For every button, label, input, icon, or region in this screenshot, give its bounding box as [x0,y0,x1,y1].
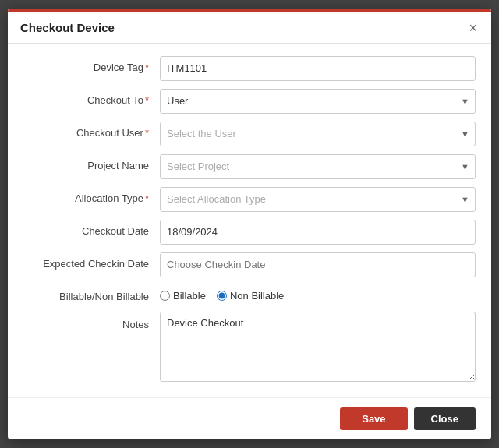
billable-label: Billable/Non Billable [23,285,160,304]
billable-row: Billable/Non Billable Billable Non Billa… [23,285,476,304]
non-billable-option[interactable]: Non Billable [217,290,284,302]
project-name-label: Project Name [23,154,160,173]
allocation-type-label: Allocation Type* [23,187,160,206]
checkout-to-label: Checkout To* [23,89,160,108]
modal-footer: Save Close [8,397,491,439]
checkout-to-row: Checkout To* User Department Project ▼ [23,89,476,114]
checkout-user-row: Checkout User* Select the User ▼ [23,122,476,146]
checkout-user-select[interactable]: Select the User [160,122,476,146]
notes-label: Notes [23,312,160,332]
billable-radio[interactable] [160,291,170,301]
checkout-date-label: Checkout Date [23,220,160,238]
expected-checkin-date-row: Expected Checkin Date [23,252,476,277]
notes-row: Notes Device Checkout [23,312,476,382]
modal-title: Checkout Device [20,21,115,34]
checkout-date-row: Checkout Date [23,220,476,245]
device-tag-row: Device Tag* [23,56,476,81]
billable-option[interactable]: Billable [160,290,206,302]
checkout-device-modal: Checkout Device × Device Tag* Checkout T… [8,9,491,439]
project-name-row: Project Name Select Project ▼ [23,154,476,179]
project-name-select-wrapper: Select Project ▼ [160,154,476,179]
checkout-to-select-wrapper: User Department Project ▼ [160,89,476,114]
project-name-select[interactable]: Select Project [160,154,476,179]
non-billable-radio[interactable] [217,291,227,301]
checkout-date-input[interactable] [160,220,476,245]
expected-checkin-date-label: Expected Checkin Date [23,252,160,271]
checkout-user-select-wrapper: Select the User ▼ [160,122,476,146]
billable-radio-group: Billable Non Billable [160,285,284,302]
device-tag-input[interactable] [160,56,476,81]
allocation-type-select[interactable]: Select Allocation Type [160,187,476,212]
expected-checkin-date-input[interactable] [160,252,476,277]
notes-textarea[interactable]: Device Checkout [160,312,476,382]
checkout-to-select[interactable]: User Department Project [160,89,476,114]
device-tag-label: Device Tag* [23,56,160,75]
modal-header: Checkout Device × [8,9,491,44]
modal-close-button[interactable]: × [467,21,479,35]
checkout-user-label: Checkout User* [23,122,160,140]
allocation-type-select-wrapper: Select Allocation Type ▼ [160,187,476,212]
save-button[interactable]: Save [340,407,407,430]
close-button[interactable]: Close [414,407,476,430]
modal-body: Device Tag* Checkout To* User Department… [8,44,491,397]
allocation-type-row: Allocation Type* Select Allocation Type … [23,187,476,212]
modal-overlay: Checkout Device × Device Tag* Checkout T… [0,0,499,448]
